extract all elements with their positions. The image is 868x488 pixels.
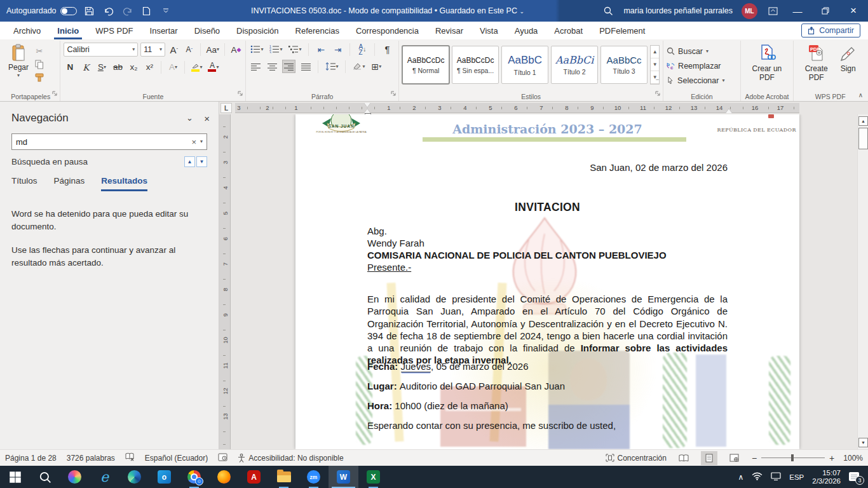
font-color-button[interactable]: A▾	[207, 60, 220, 74]
page-indicator[interactable]: Página 1 de 28	[5, 454, 57, 463]
taskbar-outlook-icon[interactable]: o	[149, 466, 179, 488]
tray-chevron-icon[interactable]: ∧	[738, 473, 743, 482]
paragraph-marks-button[interactable]: ¶	[381, 43, 393, 56]
web-layout-button[interactable]	[726, 451, 743, 465]
vertical-ruler[interactable]: 2345678910111213	[219, 114, 231, 449]
tab-vista[interactable]: Vista	[471, 22, 506, 39]
search-icon[interactable]	[602, 4, 614, 18]
print-layout-button[interactable]	[701, 451, 717, 465]
grow-font-button[interactable]: Aˆ	[168, 43, 180, 57]
taskbar-copilot-icon[interactable]	[60, 466, 90, 488]
decrease-indent-button[interactable]: ⇤	[315, 43, 327, 56]
borders-button[interactable]: ⊞▾	[370, 60, 383, 73]
superscript-button[interactable]: x²	[143, 60, 156, 74]
read-mode-button[interactable]	[675, 451, 692, 465]
underline-button[interactable]: S▾	[95, 60, 108, 74]
taskbar-chrome-icon[interactable]: ☺	[179, 466, 209, 488]
closing-line[interactable]: Esperando contar con su presencia, me su…	[367, 420, 728, 431]
tab-referencias[interactable]: Referencias	[287, 22, 348, 39]
tab-disposici-n[interactable]: Disposición	[228, 22, 287, 39]
nav-search-clear-icon[interactable]: ×	[191, 137, 196, 147]
focus-mode-button[interactable]: Concentración	[606, 454, 667, 463]
nav-pane-close-icon[interactable]: ×	[204, 113, 210, 124]
nav-tab-paginas[interactable]: Páginas	[54, 176, 85, 191]
zoom-percentage[interactable]: 100%	[843, 454, 863, 463]
styles-scroll-up-icon[interactable]: ▲	[651, 46, 659, 58]
bullets-button[interactable]: ▾	[249, 43, 264, 56]
vertical-scrollbar[interactable]: ▲ ▼	[857, 114, 868, 449]
style-no-spacing[interactable]: AaBbCcDc¶ Sin espa...	[452, 46, 499, 84]
taskbar-zoom-icon[interactable]: zm	[299, 466, 329, 488]
wps-sign-button[interactable]: Sign	[836, 43, 861, 91]
increase-indent-button[interactable]: ⇥	[331, 43, 344, 56]
tab-pdfelement[interactable]: PDFelement	[591, 22, 653, 39]
justify-button[interactable]	[299, 60, 312, 73]
strikethrough-button[interactable]: ab	[111, 60, 124, 74]
body-paragraph[interactable]: En mi calidad de presidente del Comité d…	[367, 293, 728, 367]
bold-button[interactable]: N	[64, 60, 76, 74]
accessibility-status[interactable]: Accesibilidad: No disponible	[238, 454, 343, 463]
styles-dialog-launcher-icon[interactable]	[655, 88, 661, 99]
taskbar-firefox-icon[interactable]	[209, 466, 239, 488]
font-name-select[interactable]: Calibri▾	[64, 43, 138, 57]
nav-prev-result-icon[interactable]: ▲	[184, 156, 195, 167]
horizontal-ruler[interactable]: 32112345678910111213141617	[235, 103, 799, 113]
collapse-ribbon-icon[interactable]: ∧	[858, 92, 863, 98]
doc-title[interactable]: INVITACION	[367, 201, 728, 214]
nav-tab-titulos[interactable]: Títulos	[11, 176, 37, 191]
zoom-slider-thumb[interactable]	[791, 454, 794, 461]
nav-tab-resultados[interactable]: Resultados	[101, 176, 147, 191]
nav-search-dropdown-icon[interactable]: ▾	[200, 139, 203, 144]
close-button[interactable]: ×	[844, 1, 863, 20]
zoom-out-icon[interactable]: −	[752, 453, 757, 463]
addressee-line-3[interactable]: COMISARIA NACIONAL DE POLICIA DEL CANTON…	[367, 249, 728, 261]
cut-icon[interactable]: ✂	[32, 44, 46, 57]
taskbar-acrobat-icon[interactable]: A	[239, 466, 269, 488]
taskbar-word-icon[interactable]: W	[329, 466, 358, 488]
document-page[interactable]: SAN JUAN POR EL HONOR Y LA GRANDEZA DE L…	[295, 114, 799, 449]
date-line[interactable]: San Juan, 02 de marzo del 2026	[367, 162, 728, 173]
ribbon-display-options-icon[interactable]	[766, 4, 779, 18]
styles-gallery-expand-icon[interactable]: ▼̲	[651, 71, 659, 84]
scroll-thumb[interactable]	[858, 128, 868, 149]
nav-next-result-icon[interactable]: ▼	[196, 156, 207, 167]
undo-icon[interactable]	[102, 4, 115, 18]
italic-button[interactable]: K	[79, 60, 92, 74]
sort-button[interactable]: AZ↓	[356, 43, 369, 56]
text-effects-button[interactable]: A▾	[166, 60, 179, 74]
hanging-indent-marker[interactable]	[364, 109, 370, 113]
taskbar-excel-icon[interactable]: X	[358, 466, 388, 488]
shrink-font-button[interactable]: Aˇ	[183, 43, 196, 57]
notification-center-icon[interactable]: 3	[849, 471, 862, 483]
replace-button[interactable]: bcReemplazar	[667, 59, 737, 72]
tab-stop-selector[interactable]: L	[220, 103, 232, 113]
scroll-down-icon[interactable]: ▼	[858, 438, 868, 447]
tab-wps-pdf[interactable]: WPS PDF	[87, 22, 141, 39]
multilevel-list-button[interactable]: ▾	[287, 43, 302, 56]
format-painter-icon[interactable]	[32, 71, 46, 84]
taskbar-start-icon[interactable]	[0, 466, 30, 488]
lugar-line[interactable]: Lugar: Auditorio del GAD Parroquial San …	[367, 381, 728, 391]
paste-button[interactable]: Pegar▾	[4, 43, 32, 91]
align-left-button[interactable]	[249, 60, 262, 73]
align-right-button[interactable]	[282, 60, 295, 73]
paragraph-dialog-launcher-icon[interactable]	[391, 88, 397, 99]
style-heading1[interactable]: AaBbCTítulo 1	[501, 46, 548, 84]
wps-create-pdf-button[interactable]: PDF Create PDF	[800, 43, 833, 91]
style-normal[interactable]: AaBbCcDc¶ Normal	[402, 46, 449, 84]
avatar[interactable]: ML	[742, 3, 757, 19]
zoom-slider[interactable]	[761, 458, 825, 458]
find-button[interactable]: Buscar▾	[667, 44, 737, 58]
highlight-button[interactable]: ▾	[190, 60, 203, 74]
new-doc-icon[interactable]	[140, 4, 153, 18]
addressee-block[interactable]: Abg. Wendy Farah COMISARIA NACIONAL DE P…	[367, 225, 728, 273]
zoom-control[interactable]: − +	[752, 453, 834, 463]
tab-acrobat[interactable]: Acrobat	[546, 22, 591, 39]
clear-formatting-button[interactable]: A◆	[229, 43, 242, 57]
create-pdf-acrobat-button[interactable]: Crear un PDF	[747, 43, 787, 91]
copy-icon[interactable]	[32, 58, 46, 71]
taskbar-search-icon[interactable]	[30, 466, 60, 488]
change-case-button[interactable]: Aa▾	[205, 43, 220, 57]
first-line-indent-marker[interactable]	[364, 103, 370, 107]
right-indent-marker[interactable]	[726, 109, 732, 113]
